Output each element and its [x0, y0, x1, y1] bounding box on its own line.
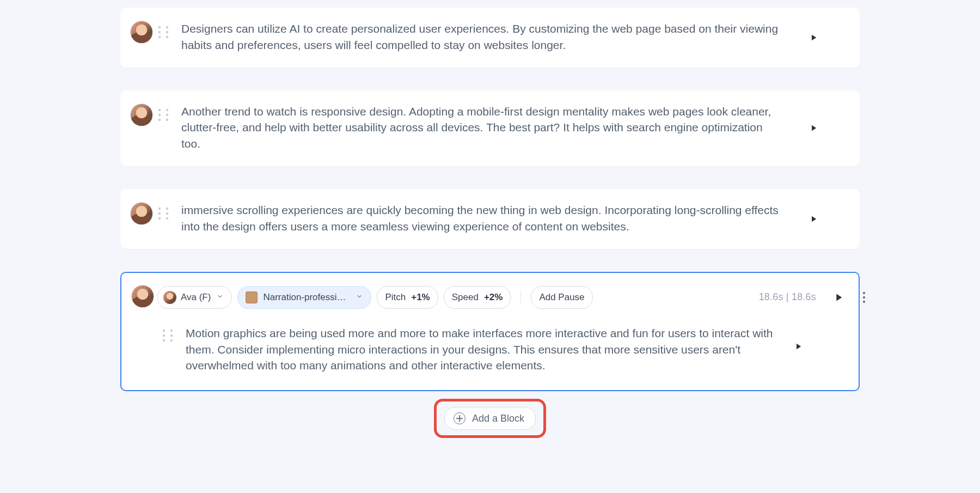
add-pause-button[interactable]: Add Pause	[531, 286, 592, 309]
speaker-avatar	[130, 104, 153, 126]
more-options-button[interactable]	[857, 291, 871, 304]
editor-container: Designers can utilize AI to create perso…	[120, 8, 860, 438]
voice-selector[interactable]: Ava (F)	[157, 286, 232, 309]
block-text[interactable]: Designers can utilize AI to create perso…	[181, 21, 846, 53]
add-block-region: Add a Block	[120, 399, 860, 438]
style-icon	[246, 291, 258, 303]
text-block[interactable]: Another trend to watch is responsive des…	[120, 90, 860, 166]
text-block[interactable]: immersive scrolling experiences are quic…	[120, 189, 860, 249]
voice-label: Ava (F)	[181, 292, 211, 303]
chevron-down-icon	[356, 292, 363, 303]
block-timing: 18.6s | 18.6s	[759, 291, 816, 303]
play-block-button[interactable]	[831, 290, 846, 305]
add-block-highlight: Add a Block	[434, 399, 546, 438]
plus-circle-icon	[454, 412, 465, 424]
drag-handle-icon[interactable]	[158, 109, 170, 121]
speed-value: +2%	[484, 292, 503, 303]
pitch-control[interactable]: Pitch +1%	[377, 286, 438, 309]
block-text[interactable]: immersive scrolling experiences are quic…	[181, 202, 846, 235]
speed-control[interactable]: Speed +2%	[444, 286, 511, 309]
toolbar-divider	[520, 290, 521, 305]
drag-handle-icon[interactable]	[158, 208, 170, 220]
add-block-button[interactable]: Add a Block	[444, 407, 536, 430]
play-button[interactable]	[805, 120, 822, 136]
voice-avatar-icon	[163, 291, 176, 304]
pitch-value: +1%	[411, 292, 430, 303]
pitch-label: Pitch	[385, 292, 406, 303]
block-text[interactable]: Motion graphics are being used more and …	[186, 325, 844, 374]
play-button[interactable]	[805, 29, 822, 46]
block-text[interactable]: Another trend to watch is responsive des…	[181, 104, 846, 152]
play-button[interactable]	[790, 338, 806, 355]
text-block-selected[interactable]: Ava (F) Narration-professio… Pitch +1%	[120, 272, 860, 391]
block-toolbar: Ava (F) Narration-professio… Pitch +1%	[131, 286, 871, 325]
chevron-down-icon	[216, 292, 224, 303]
play-button[interactable]	[805, 211, 822, 227]
add-block-label: Add a Block	[472, 413, 524, 424]
drag-handle-icon[interactable]	[163, 330, 175, 342]
speaker-avatar	[131, 285, 154, 308]
speaker-avatar	[130, 21, 153, 44]
style-label: Narration-professio…	[263, 292, 350, 303]
speed-label: Speed	[452, 292, 479, 303]
speaker-avatar	[130, 202, 153, 225]
drag-handle-icon[interactable]	[158, 26, 170, 38]
style-selector[interactable]: Narration-professio…	[237, 286, 371, 309]
text-block[interactable]: Designers can utilize AI to create perso…	[120, 8, 860, 68]
